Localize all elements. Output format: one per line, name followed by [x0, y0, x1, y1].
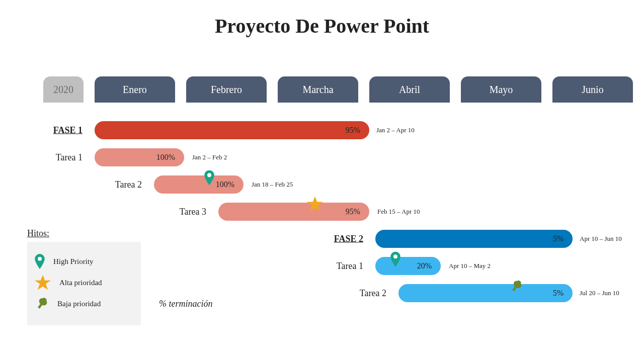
row-label: Tarea 1: [337, 261, 369, 272]
month-cell: Abril: [369, 76, 450, 103]
date-label: Jan 18 – Feb 25: [252, 180, 293, 189]
svg-point-6: [38, 257, 42, 261]
svg-marker-7: [35, 275, 51, 290]
chart-title: Proyecto De Power Point: [0, 14, 644, 38]
row-label: FASE 1: [53, 125, 89, 136]
legend-item: High Priority: [34, 254, 134, 269]
task-row: Tarea 1100%Jan 2 – Feb 2: [0, 145, 644, 169]
pin-teal-icon: [390, 252, 401, 267]
pushpin-icon: [34, 296, 49, 311]
month-cell: Marcha: [278, 76, 358, 103]
date-label: Apr 10 – Jun 10: [580, 235, 622, 243]
pin-teal-icon: [204, 170, 215, 186]
legend-title: Hitos:: [27, 228, 141, 239]
phase-row: FASE 195%Jan 2 – Apr 10: [0, 118, 644, 142]
row-label: Tarea 2: [360, 288, 392, 299]
date-label: Jul 20 – Jun 10: [580, 289, 619, 297]
date-label: Apr 10 – May 2: [449, 262, 491, 270]
star-icon: [34, 274, 51, 291]
star-icon: [306, 196, 324, 213]
row-label: Tarea 2: [115, 179, 148, 190]
gantt-bar: 5%: [375, 230, 573, 248]
legend-label: High Priority: [53, 257, 94, 266]
date-label: Jan 2 – Feb 2: [192, 153, 227, 161]
row-label: Tarea 3: [180, 207, 212, 217]
footer-note: % terminación: [159, 299, 212, 309]
gantt-bar: 100%: [154, 175, 244, 194]
row-label: Tarea 1: [56, 152, 89, 163]
gantt-bar: 95%: [95, 121, 369, 139]
gantt-bar: 95%: [218, 203, 369, 221]
date-label: Jan 2 – Apr 10: [376, 126, 415, 134]
year-cell: 2020: [43, 76, 84, 103]
gantt-bar: 20%: [375, 257, 441, 275]
month-cell: Febrero: [186, 76, 267, 103]
task-row: Tarea 2100%Jan 18 – Feb 25: [0, 172, 644, 197]
legend-item: Baja prioridad: [34, 296, 134, 311]
svg-point-0: [207, 173, 211, 177]
svg-marker-1: [307, 196, 323, 211]
legend-label: Alta prioridad: [59, 279, 102, 287]
legend-box: High Priority Alta prioridad Baja priori…: [27, 242, 141, 325]
month-cell: Mayo: [461, 76, 541, 103]
legend-item: Alta prioridad: [34, 274, 134, 291]
month-cell: Enero: [95, 76, 175, 103]
svg-point-2: [393, 254, 397, 258]
legend-label: Baja prioridad: [57, 300, 101, 308]
date-label: Feb 15 – Apr 10: [377, 208, 420, 216]
month-cell: Junio: [552, 76, 633, 103]
gantt-bar: 5%: [398, 284, 573, 302]
gantt-bar: 100%: [95, 148, 184, 166]
row-label: FASE 2: [334, 234, 369, 244]
month-header: 2020 Enero Febrero Marcha Abril Mayo Jun…: [43, 76, 633, 103]
pushpin-icon: [509, 279, 524, 294]
pin-icon: [34, 254, 45, 269]
task-row: Tarea 395%Feb 15 – Apr 10: [0, 200, 644, 224]
legend: Hitos: High Priority Alta prioridad Baja…: [27, 228, 141, 325]
